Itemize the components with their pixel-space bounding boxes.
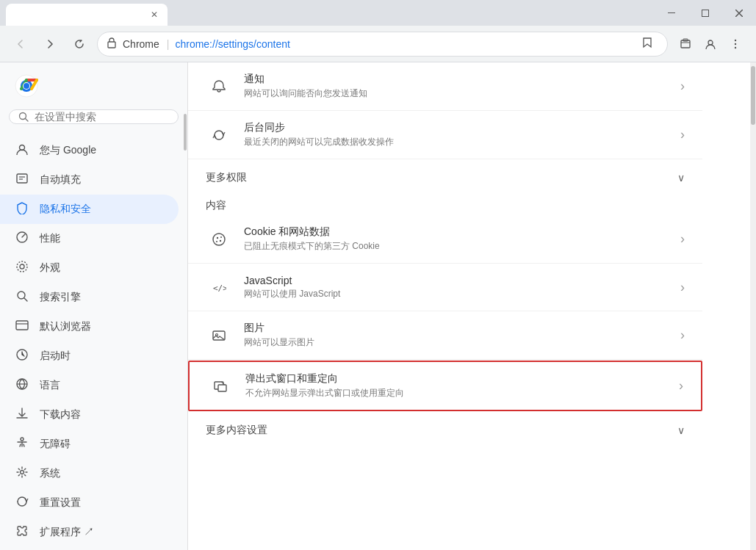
privacy-label: 隐私和安全 — [40, 203, 91, 216]
site-lock-icon — [107, 37, 117, 51]
maximize-button[interactable] — [688, 2, 722, 24]
content-item-notification[interactable]: 通知 网站可以询问能否向您发送通知 › — [188, 62, 702, 111]
search-bar[interactable] — [9, 109, 179, 124]
forward-button[interactable] — [38, 32, 62, 56]
more-content-chevron: ∨ — [677, 424, 685, 436]
bookmark-icon[interactable] — [642, 37, 652, 51]
browser-tab[interactable]: ✕ — [6, 4, 168, 26]
accessibility-icon — [15, 436, 29, 452]
more-permissions-chevron: ∨ — [677, 172, 685, 184]
privacy-icon — [15, 201, 29, 217]
sidebar-item-browser[interactable]: 默认浏览器 — [0, 312, 179, 341]
close-button[interactable] — [722, 2, 756, 24]
nav-actions — [674, 32, 747, 56]
javascript-text: JavaScript 网站可以使用 JavaScript — [244, 275, 680, 300]
popup-title: 弹出式窗口和重定向 — [245, 372, 679, 386]
system-label: 系统 — [40, 467, 60, 480]
download-label: 下载内容 — [40, 408, 81, 421]
sidebar-scrollbar[interactable] — [183, 99, 187, 550]
svg-point-39 — [220, 239, 221, 241]
popup-text: 弹出式窗口和重定向 不允许网站显示弹出式窗口或使用重定向 — [245, 372, 679, 399]
notification-icon — [206, 73, 232, 100]
images-arrow: › — [680, 328, 685, 343]
sidebar-item-language[interactable]: 语言 — [0, 371, 179, 400]
sidebar-item-appearance[interactable]: 外观 — [0, 253, 179, 283]
profile-button[interactable] — [699, 32, 722, 56]
address-url: chrome://settings/content — [175, 38, 289, 50]
tab-close-button[interactable]: ✕ — [148, 9, 160, 21]
autofill-icon — [15, 172, 29, 188]
javascript-desc: 网站可以使用 JavaScript — [244, 288, 680, 300]
more-permissions-label: 更多权限 — [206, 171, 247, 184]
accessibility-label: 无障碍 — [40, 438, 71, 451]
sidebar-item-reset[interactable]: 重置设置 — [0, 488, 179, 518]
svg-text:</>: </> — [213, 283, 226, 293]
sidebar-item-extensions[interactable]: 扩展程序 ↗ — [0, 518, 179, 547]
popup-arrow: › — [679, 378, 683, 394]
menu-button[interactable] — [724, 32, 747, 56]
popup-icon — [207, 373, 234, 399]
sidebar-item-search[interactable]: 搜索引擎 — [0, 283, 179, 312]
sidebar-item-system[interactable]: 系统 — [0, 459, 179, 488]
chrome-logo — [15, 74, 38, 98]
background_sync-desc: 最近关闭的网站可以完成数据收发操作 — [244, 136, 680, 148]
background_sync-title: 后台同步 — [244, 121, 680, 134]
reset-icon — [15, 495, 29, 511]
back-button[interactable] — [9, 32, 32, 56]
svg-rect-44 — [218, 385, 226, 391]
performance-label: 性能 — [40, 232, 60, 245]
svg-rect-1 — [702, 10, 709, 16]
refresh-button[interactable] — [68, 32, 91, 56]
svg-point-7 — [708, 40, 713, 45]
extensions-icon — [15, 524, 29, 540]
sidebar-header — [0, 62, 187, 104]
sidebar-navigation: 您与 Google自动填充隐私和安全性能外观搜索引擎默认浏览器启动时语言下载内容… — [0, 133, 187, 550]
address-bar[interactable]: Chrome | chrome://settings/content — [97, 32, 668, 57]
sidebar-item-accessibility[interactable]: 无障碍 — [0, 430, 179, 459]
new-tab-button[interactable] — [170, 5, 191, 26]
content-item-background_sync[interactable]: 后台同步 最近关闭的网站可以完成数据收发操作 › — [188, 111, 702, 159]
content-inner: 通知 网站可以询问能否向您发送通知 › 后台同步 最近关闭的网站可以完成数据收发… — [188, 62, 702, 457]
sidebar-item-google[interactable]: 您与 Google — [0, 136, 179, 165]
reset-label: 重置设置 — [40, 496, 81, 510]
main-content: 您与 Google自动填充隐私和安全性能外观搜索引擎默认浏览器启动时语言下载内容… — [0, 62, 756, 550]
svg-rect-18 — [17, 174, 27, 183]
background_sync-arrow: › — [680, 127, 685, 142]
more-content-settings-header[interactable]: 更多内容设置∨ — [188, 412, 702, 443]
search-icon — [18, 112, 29, 122]
browser-label: 默认浏览器 — [40, 320, 91, 333]
content-item-cookie[interactable]: Cookie 和网站数据 已阻止无痕模式下的第三方 Cookie › — [188, 215, 702, 264]
more-permissions-header[interactable]: 更多权限∨ — [188, 159, 702, 190]
minimize-button[interactable] — [655, 2, 688, 24]
sidebar-item-autofill[interactable]: 自动填充 — [0, 165, 179, 195]
cookie-icon — [206, 226, 232, 253]
svg-point-9 — [735, 43, 736, 44]
navigation-bar: Chrome | chrome://settings/content — [0, 26, 756, 62]
content-wrapper: 通知 网站可以询问能否向您发送通知 › 后台同步 最近关闭的网站可以完成数据收发… — [188, 62, 756, 550]
screenshot-button[interactable] — [674, 32, 697, 56]
sidebar-item-startup[interactable]: 启动时 — [0, 341, 179, 371]
content-scrollbar[interactable] — [750, 62, 756, 550]
window-controls — [655, 0, 756, 26]
performance-icon — [15, 231, 29, 247]
content-item-popup[interactable]: 弹出式窗口和重定向 不允许网站显示弹出式窗口或使用重定向 › — [188, 361, 702, 411]
images-title: 图片 — [244, 322, 680, 335]
more-content-label: 更多内容设置 — [206, 424, 267, 437]
images-desc: 网站可以显示图片 — [244, 336, 680, 349]
search-label: 搜索引擎 — [40, 291, 81, 304]
sidebar-item-privacy[interactable]: 隐私和安全 — [0, 195, 179, 224]
autofill-label: 自动填充 — [40, 173, 81, 187]
content-item-images[interactable]: 图片 网站可以显示图片 › — [188, 311, 702, 360]
sidebar-item-performance[interactable]: 性能 — [0, 224, 179, 253]
svg-point-35 — [213, 234, 225, 245]
sidebar-item-download[interactable]: 下载内容 — [0, 400, 179, 430]
svg-rect-4 — [108, 42, 115, 48]
cookie-desc: 已阻止无痕模式下的第三方 Cookie — [244, 240, 680, 253]
google-label: 您与 Google — [40, 144, 96, 157]
search-input[interactable] — [35, 111, 169, 123]
browser-icon — [15, 319, 29, 335]
svg-point-37 — [220, 236, 222, 238]
appearance-icon — [15, 260, 29, 276]
popup-desc: 不允许网站显示弹出式窗口或使用重定向 — [245, 387, 679, 399]
content-item-javascript[interactable]: </> JavaScript 网站可以使用 JavaScript › — [188, 264, 702, 311]
